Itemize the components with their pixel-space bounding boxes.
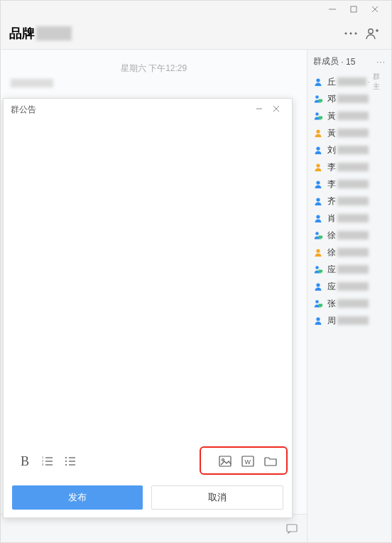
member-row[interactable]: 徐: [310, 244, 388, 261]
header: 品牌: [1, 18, 391, 49]
person-icon: [313, 264, 323, 274]
blurred-text: [337, 265, 369, 274]
person-icon: [313, 281, 323, 291]
member-row[interactable]: 黃: [310, 107, 388, 124]
person-icon: [313, 247, 323, 257]
member-list: 丘·群主邓黃黃刘李李齐肖徐徐应应张周: [310, 73, 388, 329]
person-icon: [313, 111, 323, 121]
chat-title: 品牌: [9, 25, 35, 42]
member-surname: 徐: [327, 247, 336, 259]
svg-text:W: W: [245, 458, 251, 466]
member-row[interactable]: 齐: [310, 193, 388, 210]
members-header: 群成员 · 15 ···: [310, 55, 388, 68]
chat-input-toolbar: [1, 514, 307, 542]
svg-rect-17: [320, 119, 322, 120]
svg-point-28: [315, 266, 319, 269]
member-row[interactable]: 应: [310, 278, 388, 295]
dialog-minimize-button[interactable]: [251, 104, 268, 115]
svg-text:3: 3: [42, 463, 44, 466]
member-surname: 刘: [327, 144, 336, 156]
svg-point-23: [316, 215, 320, 218]
member-row[interactable]: 应: [310, 261, 388, 278]
person-icon: [313, 196, 323, 206]
more-icon[interactable]: [340, 23, 361, 44]
close-button[interactable]: [364, 2, 386, 16]
svg-point-19: [316, 146, 320, 150]
svg-point-24: [315, 232, 319, 235]
svg-rect-1: [351, 6, 356, 12]
unordered-list-button[interactable]: [59, 451, 82, 472]
cancel-button[interactable]: 取消: [151, 485, 283, 510]
bold-button[interactable]: B: [13, 451, 36, 472]
member-row[interactable]: 张: [310, 295, 388, 312]
svg-point-21: [316, 181, 320, 184]
person-icon: [313, 94, 323, 104]
svg-rect-14: [320, 102, 322, 103]
chat-history-icon[interactable]: [284, 521, 300, 537]
svg-point-35: [316, 317, 320, 321]
dialog-close-button[interactable]: [268, 104, 285, 114]
dialog-footer: 发布 取消: [4, 478, 292, 517]
svg-point-20: [316, 163, 320, 167]
blurred-text: [337, 231, 369, 240]
member-row[interactable]: 李: [310, 158, 388, 176]
person-icon: [313, 230, 323, 240]
blurred-text: [337, 129, 369, 137]
member-row[interactable]: 肖: [310, 210, 388, 227]
member-surname: 肖: [327, 213, 336, 225]
member-surname: 张: [327, 298, 336, 310]
member-surname: 齐: [327, 195, 336, 208]
message-timestamp: 星期六 下午12:29: [1, 50, 307, 79]
member-surname: 徐: [327, 230, 336, 242]
insert-image-button[interactable]: [214, 451, 236, 472]
member-surname: 黃: [327, 127, 336, 139]
svg-point-27: [316, 249, 320, 252]
svg-rect-10: [287, 525, 297, 532]
member-surname: 李: [327, 161, 336, 173]
svg-point-32: [315, 300, 319, 303]
member-row[interactable]: 刘: [310, 141, 388, 158]
person-icon: [313, 316, 323, 326]
svg-rect-33: [319, 304, 323, 307]
blurred-text: [337, 77, 366, 86]
blurred-text: [337, 95, 369, 103]
blurred-text: [337, 282, 369, 291]
maximize-button[interactable]: [343, 2, 364, 16]
insert-word-button[interactable]: W: [236, 451, 259, 472]
member-row[interactable]: 邓: [310, 90, 388, 107]
members-more-icon[interactable]: ···: [376, 57, 386, 67]
ordered-list-button[interactable]: 1 2 3: [36, 451, 59, 472]
svg-point-47: [65, 464, 67, 466]
person-icon: [313, 179, 323, 189]
editor-toolbar: B 1 2 3 W: [4, 445, 292, 478]
member-row[interactable]: 李: [310, 176, 388, 193]
announcement-editor[interactable]: [4, 120, 292, 445]
blurred-text: [337, 248, 369, 257]
owner-badge: 群主: [373, 72, 386, 92]
svg-rect-13: [319, 100, 323, 102]
svg-point-4: [345, 33, 347, 35]
insert-file-button[interactable]: [259, 451, 282, 472]
svg-point-46: [65, 461, 67, 462]
person-icon: [313, 162, 323, 172]
member-row[interactable]: 丘·群主: [310, 73, 388, 90]
svg-point-45: [65, 457, 67, 458]
blurred-text: [337, 197, 369, 205]
person-icon: [313, 77, 323, 87]
add-member-icon[interactable]: [361, 23, 383, 44]
blurred-text: [337, 299, 369, 308]
member-row[interactable]: 徐: [310, 227, 388, 244]
members-label: 群成员: [313, 55, 339, 68]
sender-name: [1, 79, 307, 87]
svg-rect-30: [320, 273, 322, 274]
dialog-title: 群公告: [11, 104, 36, 116]
svg-point-18: [316, 129, 320, 133]
member-row[interactable]: 黃: [310, 124, 388, 141]
publish-button[interactable]: 发布: [12, 485, 143, 510]
member-surname: 黃: [327, 110, 336, 122]
member-surname: 邓: [327, 93, 336, 105]
minimize-button[interactable]: [322, 2, 343, 16]
member-row[interactable]: 周: [310, 312, 388, 329]
svg-point-11: [316, 78, 320, 82]
blurred-text: [337, 146, 369, 154]
